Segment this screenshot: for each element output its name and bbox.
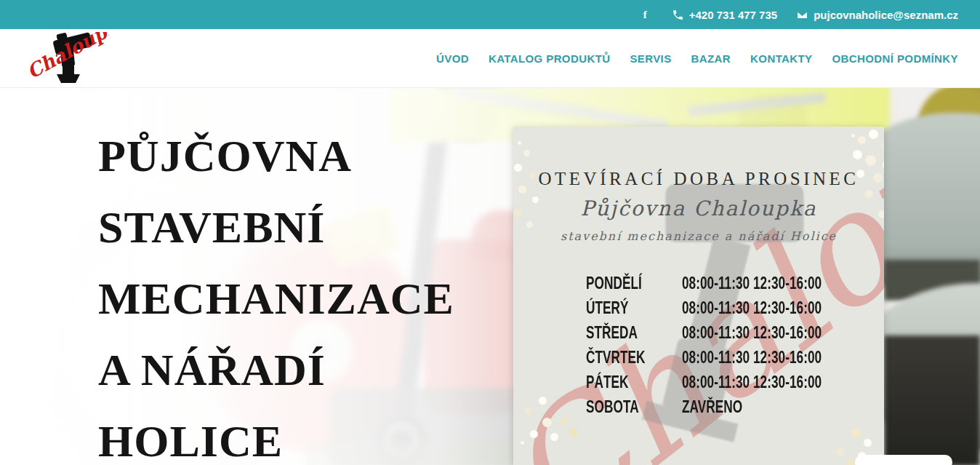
hours-row: ČTVRTEK 08:00-11:30 12:30-16:00 [586,345,876,370]
nav-item-kontakty[interactable]: KONTAKTY [750,52,812,65]
page: f +420 731 477 735 pujcovnaholice@seznam… [0,0,980,465]
topbar: f +420 731 477 735 pujcovnaholice@seznam… [0,0,980,29]
email-link[interactable]: pujcovnaholice@seznam.cz [796,9,958,21]
flower-cluster [521,441,524,445]
hours-row: PONDĚLÍ 08:00-11:30 12:30-16:00 [586,271,876,295]
opening-hours-table: PONDĚLÍ 08:00-11:30 12:30-16:00 ÚTERÝ 08… [586,271,876,419]
hero-title-line: HOLICE [98,405,454,465]
hero-title: PŮJČOVNA STAVEBNÍ MECHANIZACE A NÁŘADÍ H… [98,120,454,465]
opening-hours-card: Chaloupka OTEVÍRACÍ DOBA PROSINEC Půjčov… [513,127,884,465]
hours-row: SOBOTA ZAVŘENO [586,394,876,419]
hero-title-line: STAVEBNÍ [98,191,454,263]
card-brand-script: Půjčovna Chaloupka [513,196,884,220]
header: Chaloupka ÚVOD KATALOG PRODUKTŮ SERVIS B… [0,29,980,88]
hours-value: 08:00-11:30 12:30-16:00 [682,298,822,318]
facebook-icon[interactable]: f [643,9,647,21]
logo[interactable]: Chaloupka [28,32,109,86]
day-label: PÁTEK [586,372,655,392]
day-label: ČTVRTEK [586,347,655,367]
card-subtitle: stavební mechanizace a nářadí Holice [513,229,884,243]
hours-row: PÁTEK 08:00-11:30 12:30-16:00 [586,370,876,394]
dark-corner-shape [884,335,980,465]
hero-title-line: PŮJČOVNA [98,120,454,191]
day-label: STŘEDA [586,322,655,343]
phone-link[interactable]: +420 731 477 735 [672,9,777,21]
hero-title-line: A NÁŘADÍ [98,334,454,405]
hours-value: 08:00-11:30 12:30-16:00 [682,273,822,293]
flower-cluster [851,134,855,138]
flower-cluster [518,141,521,145]
main-navigation: ÚVOD KATALOG PRODUKTŮ SERVIS BAZAR KONTA… [436,29,958,88]
hero-title-line: MECHANIZACE [98,263,454,334]
nav-item-uvod[interactable]: ÚVOD [436,52,469,65]
day-label: ÚTERÝ [586,298,655,318]
nav-item-katalog-produktu[interactable]: KATALOG PRODUKTŮ [489,52,611,65]
nav-item-servis[interactable]: SERVIS [630,52,671,65]
chat-widget-button[interactable] [855,455,952,465]
hours-value: 08:00-11:30 12:30-16:00 [682,372,822,392]
hours-value: ZAVŘENO [682,397,742,417]
hours-value: 08:00-11:30 12:30-16:00 [682,322,822,343]
mail-icon [796,9,808,21]
nav-item-obchodni-podminky[interactable]: OBCHODNÍ PODMÍNKY [832,52,958,65]
hours-value: 08:00-11:30 12:30-16:00 [682,347,822,367]
nav-item-bazar[interactable]: BAZAR [691,52,731,65]
hours-row: STŘEDA 08:00-11:30 12:30-16:00 [586,320,876,345]
phone-icon [672,9,684,21]
hours-row: ÚTERÝ 08:00-11:30 12:30-16:00 [586,295,876,320]
hero-section: PŮJČOVNA STAVEBNÍ MECHANIZACE A NÁŘADÍ H… [0,88,980,465]
email-address: pujcovnaholice@seznam.cz [814,9,958,21]
opening-hours-title: OTEVÍRACÍ DOBA PROSINEC [513,169,884,189]
day-label: SOBOTA [586,397,655,417]
phone-number: +420 731 477 735 [689,9,777,21]
day-label: PONDĚLÍ [586,273,655,293]
